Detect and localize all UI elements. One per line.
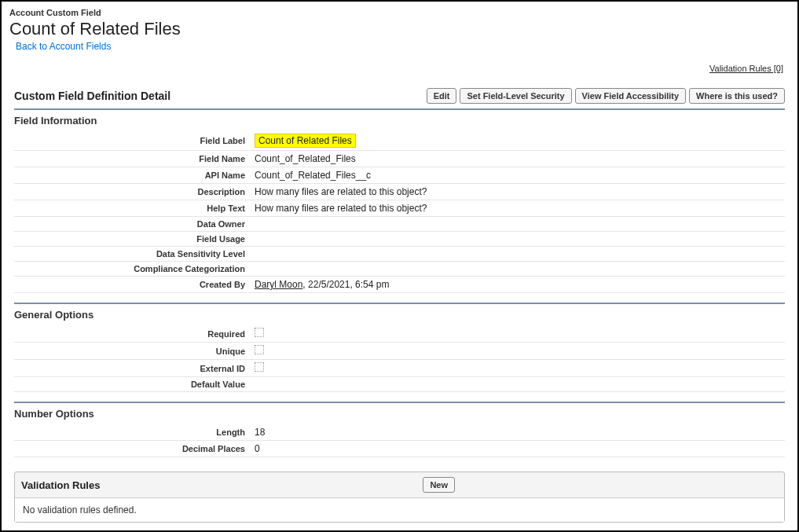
value-help-text: How many files are related to this objec… <box>250 200 785 217</box>
label-help-text: Help Text <box>14 200 250 217</box>
detail-section-title: Custom Field Definition Detail <box>14 90 170 102</box>
label-data-owner: Data Owner <box>14 217 250 232</box>
label-required: Required <box>14 325 250 343</box>
edit-button[interactable]: Edit <box>427 88 457 104</box>
value-field-usage <box>250 232 785 247</box>
number-options-table: Length 18 Decimal Places 0 <box>14 424 785 457</box>
label-data-sensitivity: Data Sensitivity Level <box>14 247 250 262</box>
checkbox-external-id <box>255 362 264 372</box>
label-default-value: Default Value <box>14 377 250 392</box>
value-length: 18 <box>250 424 785 441</box>
checkbox-unique <box>255 345 264 354</box>
validation-rules-empty-text: No validation rules defined. <box>15 497 784 522</box>
label-description: Description <box>14 184 250 200</box>
created-by-user-link[interactable]: Daryl Moon <box>255 279 302 290</box>
value-field-name: Count_of_Related_Files <box>250 151 785 167</box>
label-compliance: Compliance Categorization <box>14 262 250 277</box>
value-description: How many files are related to this objec… <box>250 184 785 200</box>
checkbox-required <box>255 328 264 337</box>
back-to-account-fields-link[interactable]: Back to Account Fields <box>16 41 111 52</box>
value-data-owner <box>250 217 785 232</box>
label-field-name: Field Name <box>14 151 250 167</box>
label-length: Length <box>14 424 250 441</box>
new-validation-rule-button[interactable]: New <box>423 477 455 493</box>
where-used-button[interactable]: Where is this used? <box>689 88 785 104</box>
validation-rules-heading: Validation Rules <box>21 479 100 491</box>
general-options-heading: General Options <box>14 309 785 321</box>
field-info-heading: Field Information <box>14 115 785 127</box>
created-by-date: , 22/5/2021, 6:54 pm <box>302 279 389 290</box>
field-info-table: Field Label Count of Related Files Field… <box>14 131 785 293</box>
label-created-by: Created By <box>14 277 250 293</box>
value-default-value <box>250 377 785 392</box>
value-compliance <box>250 262 785 277</box>
value-field-label: Count of Related Files <box>255 134 356 148</box>
value-created-by: Daryl Moon, 22/5/2021, 6:54 pm <box>250 277 785 293</box>
label-api-name: API Name <box>14 167 250 184</box>
value-api-name: Count_of_Related_Files__c <box>250 167 785 184</box>
number-options-heading: Number Options <box>14 408 785 420</box>
label-unique: Unique <box>14 343 250 360</box>
label-field-label: Field Label <box>14 131 250 151</box>
page-title: Count of Related Files <box>9 19 790 39</box>
label-field-usage: Field Usage <box>14 232 250 247</box>
label-decimal-places: Decimal Places <box>14 441 250 457</box>
value-decimal-places: 0 <box>250 441 785 457</box>
set-fls-button[interactable]: Set Field-Level Security <box>460 88 571 104</box>
validation-rules-related-list: Validation Rules New No validation rules… <box>14 471 785 523</box>
page-subtype: Account Custom Field <box>9 8 790 17</box>
validation-rules-top-link[interactable]: Validation Rules [0] <box>709 64 783 73</box>
value-data-sensitivity <box>250 247 785 262</box>
view-accessibility-button[interactable]: View Field Accessibility <box>575 88 687 104</box>
label-external-id: External ID <box>14 360 250 377</box>
general-options-table: Required Unique External ID Default Valu… <box>14 325 785 392</box>
